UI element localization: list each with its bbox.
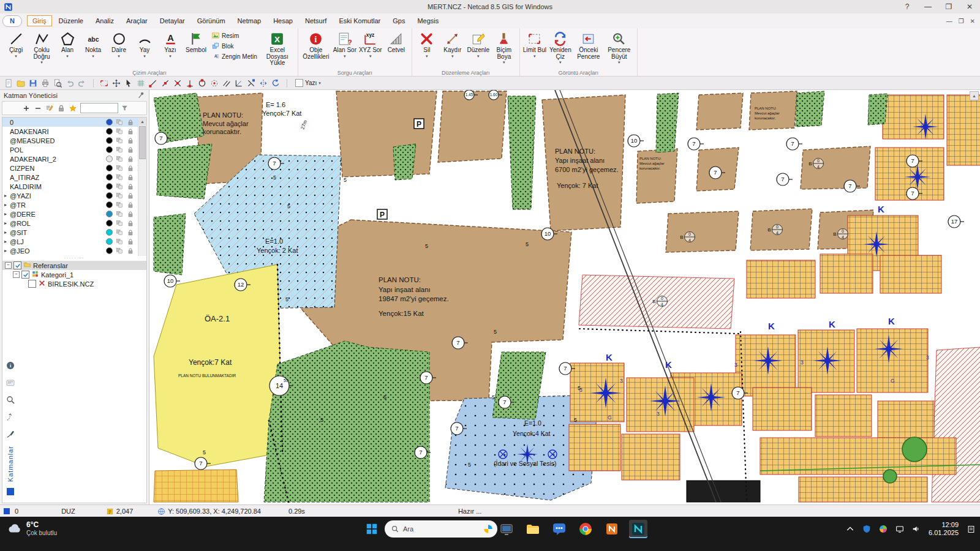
plan-note-text[interactable]: Yençok:7 Kat bbox=[189, 358, 232, 367]
zone-orange[interactable] bbox=[947, 95, 980, 165]
layer-row-adakenari[interactable]: ADAKENARI bbox=[2, 127, 146, 136]
reference-row-referanslar[interactable]: −Referanslar bbox=[2, 261, 146, 270]
setback-label[interactable]: 5 bbox=[468, 462, 471, 468]
road-width-marker[interactable]: 7 bbox=[688, 138, 704, 150]
active-layer[interactable]: 0 bbox=[15, 508, 18, 515]
zone-orange[interactable] bbox=[627, 378, 694, 432]
weather-widget[interactable]: 6°C Çok bulutlu bbox=[6, 521, 80, 537]
snap-tangent-button[interactable] bbox=[196, 78, 208, 89]
doc-minimize-button[interactable]: — bbox=[946, 18, 952, 24]
k-zone-label[interactable]: K bbox=[665, 359, 672, 370]
layer-color-swatch[interactable] bbox=[106, 146, 113, 153]
k-zone-label[interactable]: K bbox=[878, 204, 884, 214]
layer-lock-toggle[interactable] bbox=[126, 156, 135, 163]
ribbon-tab-gps[interactable]: Gps bbox=[387, 15, 410, 26]
k-zone-label[interactable]: K bbox=[888, 316, 895, 326]
road-width-marker[interactable]: 7 bbox=[777, 173, 793, 186]
taskbar-app-netcad-orange[interactable] bbox=[603, 520, 621, 538]
mirror-button[interactable] bbox=[257, 78, 270, 89]
zone-orange[interactable] bbox=[883, 95, 944, 139]
layer-row-kaldirim[interactable]: KALDIRIM bbox=[2, 182, 146, 191]
snap-endpoint-button[interactable] bbox=[147, 78, 159, 89]
tray-defender[interactable] bbox=[861, 523, 872, 534]
ortho-mode-button[interactable] bbox=[233, 78, 245, 89]
layer-lock-toggle[interactable] bbox=[126, 128, 135, 135]
setback-label[interactable]: 5 bbox=[425, 243, 428, 249]
zone-orange[interactable] bbox=[878, 401, 934, 441]
layer-color-swatch[interactable] bbox=[106, 137, 113, 144]
layer-visibility-toggle[interactable] bbox=[115, 127, 124, 135]
ribbon-tab-netmap[interactable]: Netmap bbox=[232, 15, 267, 26]
taskbar-app-netcad[interactable] bbox=[629, 520, 647, 538]
layer-row-measured[interactable]: @MEASURED bbox=[2, 136, 146, 145]
mode-indicator[interactable]: DUZ bbox=[61, 508, 75, 515]
taskbar-app-chat[interactable] bbox=[550, 520, 568, 538]
lock-layers-button[interactable] bbox=[56, 103, 66, 113]
taskbar-app-task-view[interactable] bbox=[497, 520, 516, 538]
ribbon-tab-detaylar[interactable]: Detaylar bbox=[154, 15, 190, 26]
save-file-button[interactable] bbox=[27, 78, 39, 89]
layer-visibility-toggle[interactable] bbox=[115, 182, 124, 190]
layer-color-swatch[interactable] bbox=[106, 201, 113, 208]
layer-color-swatch[interactable] bbox=[106, 156, 113, 162]
tray-volume[interactable] bbox=[911, 523, 922, 534]
zone-red[interactable] bbox=[932, 347, 980, 502]
new-file-button[interactable] bbox=[2, 78, 15, 89]
ribbon-button-nceki-pencere[interactable]: Önceki Pencere bbox=[573, 29, 604, 60]
layer-color-swatch[interactable] bbox=[106, 211, 113, 217]
layer-lock-toggle[interactable] bbox=[126, 183, 135, 190]
start-button[interactable] bbox=[364, 521, 380, 537]
parking-symbol[interactable]: P bbox=[377, 209, 387, 219]
plan-note-text[interactable]: Mevcut ağaçlar bbox=[639, 162, 665, 165]
layer-row-0[interactable]: 0 bbox=[2, 118, 146, 127]
layer-color-swatch[interactable] bbox=[106, 220, 113, 227]
setback-label[interactable]: 5 bbox=[344, 177, 347, 183]
reference-checkbox[interactable] bbox=[13, 261, 21, 269]
zone-greenc[interactable] bbox=[902, 437, 927, 462]
select-button[interactable] bbox=[123, 78, 135, 89]
layer-row-a-itiraz[interactable]: A_ITIRAZ bbox=[2, 173, 146, 182]
layer-color-swatch[interactable] bbox=[106, 119, 113, 126]
ribbon-button-yeniden-iz[interactable]: Yeniden Çiz▾ bbox=[548, 29, 573, 65]
setback-label[interactable]: 5 bbox=[287, 203, 290, 209]
ribbon-button-sil[interactable]: Sil▾ bbox=[414, 29, 440, 59]
tray-photos[interactable] bbox=[878, 523, 889, 534]
blue-digit-label[interactable]: G bbox=[608, 414, 612, 421]
zone-brown[interactable] bbox=[666, 211, 739, 252]
layer-color-swatch[interactable] bbox=[106, 183, 113, 190]
zone-orange[interactable] bbox=[753, 388, 812, 430]
setback-label[interactable]: 5 bbox=[578, 385, 581, 391]
layer-color-swatch[interactable] bbox=[106, 174, 113, 181]
doc-close-button[interactable]: ✕ bbox=[970, 18, 975, 24]
zone-brown[interactable] bbox=[438, 91, 507, 162]
snap-parallel-button[interactable] bbox=[221, 78, 233, 89]
zone-orange[interactable] bbox=[747, 260, 815, 298]
layer-row-tr[interactable]: ▸@TR bbox=[2, 200, 146, 209]
layer-lock-toggle[interactable] bbox=[126, 201, 135, 209]
setback-label[interactable]: 5 bbox=[574, 417, 577, 423]
layer-color-swatch[interactable] bbox=[106, 128, 113, 135]
layer-lock-toggle[interactable] bbox=[126, 192, 135, 200]
setback-label[interactable]: 5 bbox=[273, 174, 276, 181]
k-zone-label[interactable]: K bbox=[768, 321, 775, 331]
plan-note-text[interactable]: PLAN NOTU: bbox=[755, 107, 777, 110]
plan-note-text[interactable]: Yençok: 2 Kat bbox=[257, 247, 298, 254]
road-width-marker[interactable]: 10 bbox=[628, 135, 644, 147]
layer-visibility-toggle[interactable] bbox=[115, 118, 124, 126]
zone-brown[interactable] bbox=[336, 91, 437, 177]
plan-note-text[interactable]: Yapı inşaat alanı bbox=[379, 286, 431, 293]
ribbon-button-bi-im-boya[interactable]: Biçim Boya▾ bbox=[491, 29, 517, 65]
plan-note-text[interactable]: Yapı inşaat alanı bbox=[555, 157, 605, 164]
layer-color-swatch[interactable] bbox=[106, 192, 113, 199]
layer-color-swatch[interactable] bbox=[106, 238, 113, 245]
info-panel-button[interactable]: i bbox=[5, 360, 16, 371]
reference-checkbox[interactable] bbox=[28, 280, 36, 288]
zone-brown[interactable] bbox=[801, 146, 870, 189]
blue-digit-label[interactable]: 3 bbox=[620, 378, 623, 384]
zone-brown[interactable] bbox=[749, 91, 797, 130]
plan-note-text[interactable]: korunacaktır. bbox=[203, 128, 241, 135]
taskbar-app-chrome[interactable] bbox=[576, 520, 595, 538]
layer-row-rol[interactable]: ▸@ROL bbox=[2, 219, 146, 228]
katmanlar-dock-tab[interactable]: Katmanlar bbox=[7, 446, 14, 482]
layer-lock-toggle[interactable] bbox=[126, 137, 135, 144]
